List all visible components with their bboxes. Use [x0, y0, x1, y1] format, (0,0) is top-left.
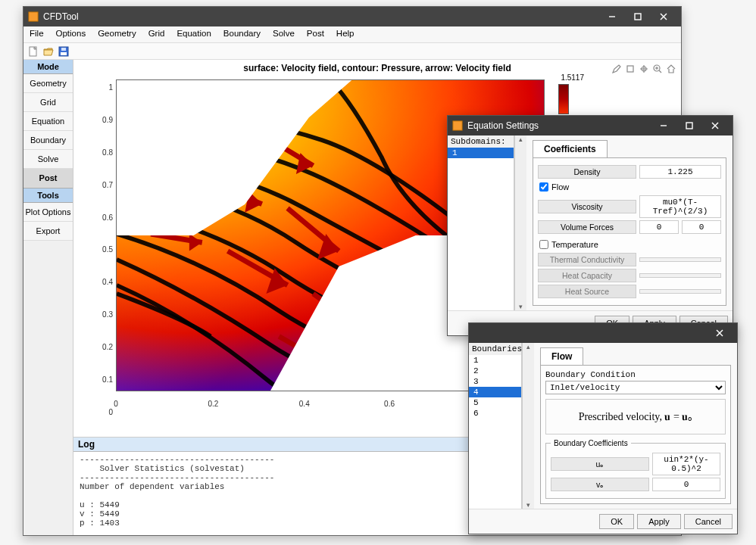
ytick: 0.8 [96, 148, 113, 156]
svg-rect-2 [635, 14, 641, 20]
heat-source-label: Heat Source [538, 285, 636, 298]
ytick: 0.2 [96, 343, 113, 351]
boundary-item[interactable]: 1 [469, 355, 521, 366]
menu-help[interactable]: Help [330, 26, 361, 42]
bc-apply-button[interactable]: Apply [637, 514, 681, 529]
xtick: 0.6 [384, 400, 395, 408]
menu-equation[interactable]: Equation [170, 26, 217, 42]
heat-capacity-label: Heat Capacity [538, 269, 636, 282]
svg-rect-10 [627, 66, 633, 72]
tool-export[interactable]: Export [23, 222, 73, 241]
save-file-icon[interactable] [57, 45, 70, 58]
new-file-icon[interactable] [27, 45, 40, 58]
eq-title: Equation Settings [467, 120, 539, 131]
boundary-item[interactable]: 6 [469, 408, 521, 419]
density-field[interactable]: 1.225 [639, 165, 721, 179]
eq-close-button[interactable] [702, 116, 728, 135]
close-button[interactable] [651, 7, 676, 26]
pan-icon[interactable] [638, 63, 649, 74]
xtick: 0.4 [299, 400, 310, 408]
mode-solve[interactable]: Solve [23, 150, 73, 169]
boundaries-scrollbar[interactable]: ▴▾ [522, 343, 534, 509]
temperature-checkbox[interactable] [539, 240, 548, 249]
svg-line-44 [330, 362, 398, 388]
home-icon[interactable] [665, 63, 676, 74]
volume-forces-label: Volume Forces [538, 220, 636, 234]
ytick: 0.9 [96, 116, 113, 124]
flow-tab[interactable]: Flow [540, 347, 583, 365]
minimize-button[interactable] [599, 7, 625, 26]
ytick: 1 [96, 83, 113, 92]
boundary-settings-dialog: Boundaries: 1 2 3 4 5 6 ▴▾ Flow Boundary… [468, 322, 738, 534]
subdomains-list: Subdomains: 1 [448, 135, 514, 310]
bc-coefficients-legend: Boundary Coefficients [551, 439, 631, 447]
bc-ok-button[interactable]: OK [599, 514, 634, 529]
zoom-box-icon[interactable] [624, 63, 636, 74]
u0-field[interactable]: uin*2*(y-0.5)^2 [652, 453, 720, 475]
flow-checkbox[interactable] [539, 182, 548, 192]
bc-cancel-button[interactable]: Cancel [684, 514, 733, 529]
bc-titlebar[interactable] [469, 323, 737, 343]
mode-grid[interactable]: Grid [23, 93, 73, 112]
boundaries-header: Boundaries: [469, 343, 521, 355]
mode-header: Mode [23, 60, 73, 74]
subdomain-item[interactable]: 1 [448, 148, 514, 158]
svg-marker-45 [382, 375, 399, 391]
subdomains-header: Subdomains: [448, 135, 514, 148]
open-file-icon[interactable] [42, 45, 55, 58]
boundary-item[interactable]: 2 [469, 366, 521, 376]
menu-grid[interactable]: Grid [142, 26, 171, 42]
eq-minimize-button[interactable] [651, 116, 676, 135]
volume-force-y-field[interactable]: 0 [682, 220, 721, 234]
plot-header: surface: Velocity field, contour: Pressu… [73, 60, 681, 76]
bc-type-select[interactable]: Inlet/velocity [545, 381, 726, 394]
v0-field[interactable]: 0 [652, 478, 720, 491]
eq-titlebar[interactable]: Equation Settings [448, 116, 733, 135]
maximize-button[interactable] [625, 7, 651, 26]
menu-boundary[interactable]: Boundary [217, 26, 267, 42]
menu-file[interactable]: File [23, 26, 50, 42]
svg-marker-47 [317, 353, 339, 379]
ytick: 0.1 [96, 375, 113, 383]
bc-button-bar: OK Apply Cancel [469, 509, 737, 534]
eq-maximize-button[interactable] [676, 116, 702, 135]
mode-boundary[interactable]: Boundary [23, 131, 73, 150]
coefficients-panel: Density 1.225 Flow Viscosity mu0*(T-Tref… [533, 157, 726, 306]
tool-plot-options[interactable]: Plot Options [23, 203, 73, 222]
ytick: 0.4 [96, 278, 113, 286]
temperature-label: Temperature [551, 240, 598, 249]
svg-line-32 [313, 294, 373, 336]
svg-marker-33 [351, 319, 373, 345]
bc-panel: Boundary Condition Inlet/velocity Prescr… [540, 365, 731, 504]
icon-toolbar [23, 43, 681, 60]
ytick: 0.7 [96, 180, 113, 188]
boundary-item[interactable]: 3 [469, 376, 521, 387]
menu-post[interactable]: Post [301, 26, 330, 42]
boundary-item[interactable]: 4 [469, 387, 521, 397]
main-titlebar[interactable]: CFDTool [23, 7, 681, 26]
svg-marker-17 [168, 110, 177, 127]
app-title: CFDTool [43, 11, 79, 22]
mode-equation[interactable]: Equation [23, 112, 73, 131]
boundary-item[interactable]: 5 [469, 397, 521, 408]
v0-label: vₒ [551, 478, 649, 491]
menu-solve[interactable]: Solve [267, 26, 301, 42]
volume-force-x-field[interactable]: 0 [639, 220, 679, 234]
coefficients-tab[interactable]: Coefficients [533, 140, 608, 157]
menu-geometry[interactable]: Geometry [92, 26, 142, 42]
heat-source-field [639, 289, 721, 294]
menu-options[interactable]: Options [50, 26, 92, 42]
mode-geometry[interactable]: Geometry [23, 74, 73, 93]
zoom-in-icon[interactable] [651, 63, 663, 74]
viscosity-label: Viscosity [538, 200, 636, 213]
mode-post[interactable]: Post [23, 169, 73, 188]
svg-marker-29 [189, 234, 202, 251]
bc-close-button[interactable] [707, 323, 733, 343]
edit-icon[interactable] [611, 63, 622, 74]
thermal-conductivity-label: Thermal Conductivity [538, 253, 636, 266]
ytick: 0 [96, 407, 113, 416]
subdomains-scrollbar[interactable]: ▴▾ [514, 135, 526, 310]
viscosity-field[interactable]: mu0*(T-Tref)^(2/3) [639, 195, 721, 218]
svg-marker-23 [172, 170, 185, 187]
density-label: Density [538, 165, 636, 179]
